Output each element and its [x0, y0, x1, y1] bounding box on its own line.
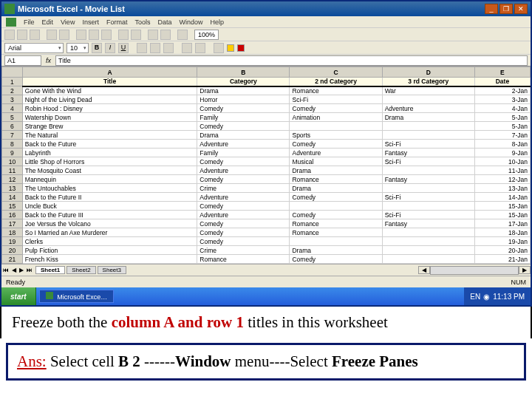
- data-cell[interactable]: Fantasy: [382, 149, 474, 157]
- data-cell[interactable]: Comedy: [197, 104, 290, 113]
- data-cell[interactable]: Adventure: [382, 104, 474, 113]
- header-cell[interactable]: Category: [197, 78, 290, 86]
- data-cell[interactable]: Comedy: [290, 211, 382, 219]
- data-cell[interactable]: [290, 122, 382, 131]
- data-cell[interactable]: Comedy: [197, 202, 290, 211]
- row-header[interactable]: 21: [2, 255, 23, 264]
- row-header[interactable]: 13: [2, 184, 23, 193]
- data-cell[interactable]: Horror: [197, 95, 290, 104]
- row-header[interactable]: 7: [2, 131, 23, 140]
- row-header[interactable]: 3: [2, 95, 23, 104]
- data-cell[interactable]: [382, 237, 474, 246]
- data-cell[interactable]: 15-Jan: [474, 202, 530, 211]
- data-cell[interactable]: 21-Jan: [474, 255, 530, 264]
- row-header[interactable]: 11: [2, 166, 23, 175]
- sort-desc-icon[interactable]: [160, 30, 171, 40]
- align-left-icon[interactable]: [137, 43, 147, 53]
- tab-nav-next-icon[interactable]: ▶: [18, 267, 25, 273]
- data-cell[interactable]: Comedy: [197, 219, 290, 228]
- data-cell[interactable]: Crime: [197, 246, 290, 255]
- row-header[interactable]: 1: [2, 78, 23, 86]
- menu-insert[interactable]: Insert: [82, 18, 99, 26]
- row-header[interactable]: 4: [2, 104, 23, 113]
- data-cell[interactable]: Comedy: [290, 193, 382, 202]
- data-cell[interactable]: 4-Jan: [474, 104, 530, 113]
- align-right-icon[interactable]: [163, 43, 174, 53]
- row-header[interactable]: 2: [2, 86, 23, 95]
- font-color-icon[interactable]: [237, 44, 245, 52]
- data-cell[interactable]: Night of the Living Dead: [22, 95, 197, 104]
- sheet-tab-2[interactable]: Sheet2: [66, 266, 95, 274]
- data-cell[interactable]: [382, 122, 474, 131]
- data-cell[interactable]: 15-Jan: [474, 211, 530, 219]
- hscroll-track[interactable]: [430, 266, 519, 275]
- data-cell[interactable]: Adventure: [197, 211, 290, 219]
- tab-nav-first-icon[interactable]: ⏮: [1, 267, 10, 273]
- data-cell[interactable]: Drama: [290, 246, 382, 255]
- data-cell[interactable]: Strange Brew: [22, 122, 197, 131]
- borders-icon[interactable]: [214, 43, 224, 53]
- data-cell[interactable]: Gone With the Wind: [22, 86, 197, 95]
- data-cell[interactable]: Sci-Fi: [382, 211, 474, 219]
- data-cell[interactable]: Uncle Buck: [22, 202, 197, 211]
- data-cell[interactable]: Drama: [290, 184, 382, 193]
- data-cell[interactable]: 14-Jan: [474, 193, 530, 202]
- zoom-select[interactable]: 100%: [194, 30, 219, 40]
- data-cell[interactable]: Comedy: [197, 228, 290, 237]
- data-cell[interactable]: 11-Jan: [474, 166, 530, 175]
- data-cell[interactable]: Back to the Future III: [22, 211, 197, 219]
- tray-icon[interactable]: ◉: [483, 293, 490, 301]
- preview-icon[interactable]: [59, 30, 69, 40]
- column-header[interactable]: A: [22, 67, 197, 78]
- undo-icon[interactable]: [118, 30, 129, 40]
- save-icon[interactable]: [30, 30, 40, 40]
- spreadsheet-grid[interactable]: ABCDE1TitleCategory2 nd Category3 rd Cat…: [1, 66, 531, 264]
- sort-asc-icon[interactable]: [148, 30, 158, 40]
- taskbar-item-excel[interactable]: Microsoft Exce…: [39, 290, 115, 303]
- row-header[interactable]: 12: [2, 175, 23, 184]
- data-cell[interactable]: Adventure: [290, 149, 382, 157]
- data-cell[interactable]: Family: [197, 113, 290, 122]
- data-cell[interactable]: Fantasy: [382, 175, 474, 184]
- row-header[interactable]: 10: [2, 157, 23, 166]
- data-cell[interactable]: [382, 184, 474, 193]
- data-cell[interactable]: Comedy: [290, 140, 382, 149]
- data-cell[interactable]: Labyrinth: [22, 149, 197, 157]
- column-header[interactable]: E: [474, 67, 530, 78]
- menu-help[interactable]: Help: [210, 18, 224, 26]
- data-cell[interactable]: Sci-Fi: [382, 157, 474, 166]
- data-cell[interactable]: 12-Jan: [474, 175, 530, 184]
- data-cell[interactable]: Adventure: [197, 140, 290, 149]
- italic-icon[interactable]: I: [105, 43, 115, 53]
- header-cell[interactable]: Date: [474, 78, 530, 86]
- data-cell[interactable]: [382, 131, 474, 140]
- row-header[interactable]: 8: [2, 140, 23, 149]
- data-cell[interactable]: Sci-Fi: [290, 95, 382, 104]
- data-cell[interactable]: [382, 228, 474, 237]
- data-cell[interactable]: Animation: [290, 113, 382, 122]
- column-header[interactable]: [2, 67, 23, 78]
- row-header[interactable]: 18: [2, 228, 23, 237]
- data-cell[interactable]: Robin Hood : Disney: [22, 104, 197, 113]
- align-center-icon[interactable]: [150, 43, 160, 53]
- currency-icon[interactable]: [182, 43, 192, 53]
- menu-data[interactable]: Data: [157, 18, 171, 26]
- data-cell[interactable]: Comedy: [197, 175, 290, 184]
- header-cell[interactable]: Title: [22, 78, 197, 86]
- row-header[interactable]: 15: [2, 202, 23, 211]
- data-cell[interactable]: Family: [197, 149, 290, 157]
- data-cell[interactable]: Back to the Future II: [22, 193, 197, 202]
- system-tray[interactable]: EN ◉ 11:13 PM: [464, 287, 531, 305]
- new-icon[interactable]: [4, 30, 15, 40]
- font-name-select[interactable]: Arial: [4, 43, 64, 53]
- data-cell[interactable]: Comedy: [197, 237, 290, 246]
- hscroll-left-icon[interactable]: ◀: [418, 266, 430, 274]
- data-cell[interactable]: The Untouchables: [22, 184, 197, 193]
- row-header[interactable]: 14: [2, 193, 23, 202]
- data-cell[interactable]: Fantasy: [382, 219, 474, 228]
- data-cell[interactable]: Musical: [290, 157, 382, 166]
- redo-icon[interactable]: [131, 30, 141, 40]
- data-cell[interactable]: Adventure: [197, 193, 290, 202]
- data-cell[interactable]: The Natural: [22, 131, 197, 140]
- data-cell[interactable]: Comedy: [290, 255, 382, 264]
